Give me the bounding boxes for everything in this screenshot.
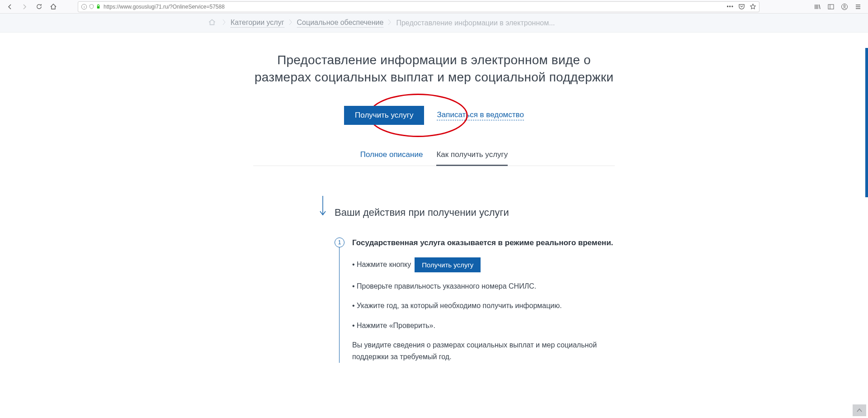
step-line-5: Вы увидите сведения о размерах социальны… [352,339,615,362]
content-area: Предоставление информации в электронном … [253,33,615,363]
url-bar[interactable]: i https://www.gosuslugi71.ru/?OnlineServ… [78,1,760,12]
lock-icon [96,4,101,10]
star-icon[interactable] [750,3,756,10]
breadcrumb-sep [222,19,226,28]
steps-title: Ваши действия при получении услуги [335,207,509,218]
svg-text:i: i [84,5,85,9]
breadcrumb-sep [289,19,292,28]
breadcrumb-bar: Категории услуг Социальное обеспечение П… [0,14,868,33]
step-number: 1 [335,238,344,247]
page: Категории услуг Социальное обеспечение П… [0,14,868,363]
step-line-1-text: • Нажмите кнопку [352,259,411,271]
url-bar-wrap: i https://www.gosuslugi71.ru/?OnlineServ… [78,1,760,12]
scrollbar-thumb[interactable] [865,48,868,197]
sidebars-icon[interactable] [827,3,835,10]
url-right-icons: ••• [726,3,756,10]
step-1: 1 Государственная услуга оказывается в р… [339,238,615,363]
browser-right-tools [814,3,864,10]
breadcrumb-categories[interactable]: Категории услуг [231,19,284,28]
step-line-4: • Нажмите «Проверить». [352,320,615,332]
svg-rect-3 [828,5,834,9]
home-button[interactable] [47,0,60,13]
breadcrumb-sep [388,19,392,28]
svg-rect-2 [97,6,100,9]
step-line-3: • Укажите год, за который необходимо пол… [352,300,615,312]
more-icon[interactable]: ••• [726,4,734,10]
step-title: Государственная услуга оказывается в реж… [352,238,615,247]
reload-button[interactable] [33,0,45,13]
browser-toolbar: i https://www.gosuslugi71.ru/?OnlineServ… [0,0,868,14]
step-body: • Нажмите кнопку Получить услугу • Прове… [352,257,615,363]
breadcrumb: Категории услуг Социальное обеспечение П… [208,18,660,28]
back-icon [6,3,14,10]
forward-button[interactable] [18,0,31,13]
svg-point-6 [844,5,845,7]
breadcrumb-home[interactable] [208,18,216,28]
tab-full-description[interactable]: Полное описание [360,150,423,166]
step-line-1: • Нажмите кнопку Получить услугу [352,257,615,272]
url-security-icons: i [81,4,101,10]
arrow-down-icon [318,195,327,218]
reload-icon [36,3,42,10]
nav-button-group [4,0,60,13]
tabs: Полное описание Как получить услугу [253,150,615,166]
library-icon[interactable] [814,3,821,10]
steps-header: Ваши действия при получении услуги [318,195,615,218]
steps-section: Ваши действия при получении услуги 1 Гос… [253,195,615,363]
get-service-button-inline[interactable]: Получить услугу [415,257,481,272]
back-button[interactable] [4,0,16,13]
page-title: Предоставление информации в электронном … [253,52,615,86]
get-service-button[interactable]: Получить услугу [344,106,424,125]
shield-icon [89,4,94,10]
book-appointment-link[interactable]: Записаться в ведомство [437,110,524,120]
home-icon [50,3,57,10]
menu-icon[interactable] [854,3,862,10]
cta-row: Получить услугу Записаться в ведомство [253,106,615,125]
home-icon [208,18,216,26]
breadcrumb-social[interactable]: Социальное обеспечение [297,19,384,28]
step-line-2: • Проверьте правильность указанного номе… [352,280,615,292]
url-text: https://www.gosuslugi71.ru/?OnlineServic… [104,4,726,10]
info-icon: i [81,4,87,10]
breadcrumb-current: Предоставление информации в электронном.… [396,19,555,27]
pocket-icon[interactable] [738,3,745,10]
forward-icon [21,3,28,10]
account-icon[interactable] [841,3,848,10]
tab-how-to-get[interactable]: Как получить услугу [436,150,508,166]
